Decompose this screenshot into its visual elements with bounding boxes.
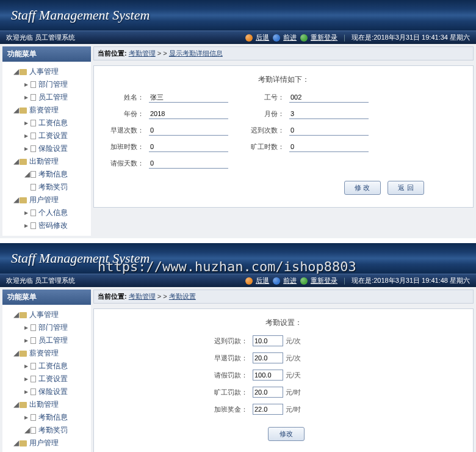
sidebar-title: 功能菜单 — [2, 46, 91, 62]
nav-hr-emp[interactable]: ▸员工管理 — [5, 334, 88, 347]
month-input[interactable] — [289, 109, 369, 119]
leave-fine-input[interactable] — [253, 370, 283, 381]
back-button[interactable]: 返 回 — [388, 181, 424, 195]
late-input[interactable] — [289, 125, 369, 136]
topbar: 欢迎光临 员工管理系统 后退 前进 重新登录 ｜ 现在是:2018年3月31日 … — [0, 31, 476, 44]
form-legend: 考勤详情如下： — [106, 75, 461, 85]
nav-hr-dept[interactable]: ▸部门管理 — [5, 321, 88, 334]
relogin-link[interactable]: 重新登录 — [311, 33, 337, 42]
form-legend: 考勤设置： — [106, 318, 461, 328]
file-icon — [31, 184, 36, 191]
nav-user-info[interactable]: ▸个人信息 — [5, 450, 88, 452]
forward-icon — [273, 34, 280, 42]
file-icon — [31, 145, 36, 152]
nav-att[interactable]: ◢出勤管理 — [5, 155, 88, 168]
nav-user[interactable]: ◢用户管理 — [5, 194, 88, 206]
welcome-text: 欢迎光临 员工管理系统 — [6, 276, 245, 285]
folder-icon — [20, 159, 27, 165]
nav-salary-wage[interactable]: ▸工资信息 — [5, 117, 88, 129]
back-icon — [245, 34, 253, 42]
welcome-text: 欢迎光临 员工管理系统 — [6, 33, 245, 42]
leave-unit: 元/天 — [286, 371, 301, 380]
nav-salary-ins[interactable]: ▸保险设置 — [5, 385, 88, 398]
nav-att-info[interactable]: ◢考勤信息 — [5, 168, 88, 181]
nav-salary-set[interactable]: ▸工资设置 — [5, 129, 88, 142]
early-unit: 元/次 — [286, 354, 301, 363]
nav-hr[interactable]: ◢人事管理 — [5, 65, 88, 78]
ot-bonus-input[interactable] — [253, 404, 283, 415]
file-icon — [31, 337, 36, 344]
nav-att-rp[interactable]: ◢考勤奖罚 — [5, 424, 88, 437]
nav-att[interactable]: ◢出勤管理 — [5, 398, 88, 411]
absent-label: 旷工时数： — [247, 142, 289, 151]
leave-input[interactable] — [149, 158, 228, 169]
breadcrumb-cat[interactable]: 考勤管理 — [129, 49, 156, 57]
header-banner: Staff Management System — [0, 243, 476, 274]
file-icon — [31, 94, 36, 101]
relogin-icon — [300, 34, 308, 42]
folder-icon — [20, 402, 27, 408]
year-input[interactable] — [149, 109, 228, 119]
nav-salary-wage[interactable]: ▸工资信息 — [5, 360, 88, 373]
file-icon — [31, 324, 36, 331]
absent-input[interactable] — [289, 142, 369, 152]
file-icon — [31, 171, 36, 178]
nav-salary[interactable]: ◢薪资管理 — [5, 104, 88, 117]
late-fine-input[interactable] — [253, 335, 283, 346]
early-input[interactable] — [149, 125, 228, 136]
breadcrumb: 当前位置: 考勤管理 > > 显示考勤详细信息 — [93, 46, 474, 60]
folder-icon — [20, 197, 27, 203]
file-icon — [31, 414, 36, 421]
nav-salary-set[interactable]: ▸工资设置 — [5, 373, 88, 385]
absent-fine-label: 旷工罚款： — [210, 388, 253, 397]
relogin-link[interactable]: 重新登录 — [311, 276, 337, 285]
ot-input[interactable] — [149, 142, 228, 152]
forward-link[interactable]: 前进 — [283, 33, 297, 42]
folder-icon — [20, 312, 27, 318]
name-input[interactable] — [149, 92, 228, 103]
topbar: 欢迎光临 员工管理系统 后退 前进 重新登录 ｜ 现在是:2018年3月31日 … — [0, 274, 476, 287]
edit-button[interactable]: 修改 — [268, 427, 305, 441]
nav-salary-ins[interactable]: ▸保险设置 — [5, 142, 88, 155]
edit-button[interactable]: 修 改 — [344, 181, 381, 195]
forward-link[interactable]: 前进 — [283, 276, 297, 285]
breadcrumb-page[interactable]: 考勤设置 — [169, 293, 196, 300]
early-fine-input[interactable] — [253, 352, 283, 363]
separator: ｜ — [341, 276, 348, 285]
file-icon — [31, 427, 36, 434]
forward-icon — [273, 277, 280, 285]
file-icon — [31, 133, 36, 139]
absent-fine-input[interactable] — [253, 387, 283, 398]
nav-user-pwd[interactable]: ▸密码修改 — [5, 219, 88, 232]
folder-icon — [20, 69, 27, 75]
late-fine-label: 迟到罚款： — [210, 337, 253, 346]
empno-input[interactable] — [289, 92, 369, 103]
folder-icon — [20, 440, 27, 447]
nav-hr[interactable]: ◢人事管理 — [5, 308, 88, 321]
back-link[interactable]: 后退 — [256, 33, 269, 42]
breadcrumb-label: 当前位置: — [98, 293, 127, 300]
attendance-detail-form: 考勤详情如下： 姓名： 工号： 年份： 月份： 早退次数： 迟到次数： 加班时数… — [93, 65, 474, 208]
month-label: 月份： — [247, 109, 289, 118]
nav-att-info[interactable]: ▸考勤信息 — [5, 411, 88, 424]
breadcrumb-cat[interactable]: 考勤管理 — [129, 293, 156, 300]
year-label: 年份： — [106, 109, 149, 118]
datetime-text: 现在是:2018年3月31日 19:41:48 星期六 — [352, 276, 470, 285]
ot-bonus-label: 加班奖金： — [210, 405, 253, 414]
nav-hr-dept[interactable]: ▸部门管理 — [5, 78, 88, 91]
nav-user[interactable]: ◢用户管理 — [5, 437, 88, 450]
nav-salary[interactable]: ◢薪资管理 — [5, 347, 88, 360]
back-link[interactable]: 后退 — [256, 276, 269, 285]
breadcrumb-label: 当前位置: — [98, 49, 127, 57]
leave-label: 请假天数： — [106, 159, 149, 168]
file-icon — [31, 222, 36, 229]
file-icon — [31, 210, 36, 216]
ot-label: 加班时数： — [106, 142, 149, 151]
nav-tree: ◢人事管理 ▸部门管理 ▸员工管理 ◢薪资管理 ▸工资信息 ▸工资设置 ▸保险设… — [2, 305, 91, 452]
empno-label: 工号： — [247, 93, 289, 102]
relogin-icon — [300, 277, 308, 285]
breadcrumb-page[interactable]: 显示考勤详细信息 — [169, 49, 223, 57]
nav-user-info[interactable]: ▸个人信息 — [5, 206, 88, 219]
nav-att-rp[interactable]: 考勤奖罚 — [5, 181, 88, 194]
nav-hr-emp[interactable]: ▸员工管理 — [5, 91, 88, 104]
